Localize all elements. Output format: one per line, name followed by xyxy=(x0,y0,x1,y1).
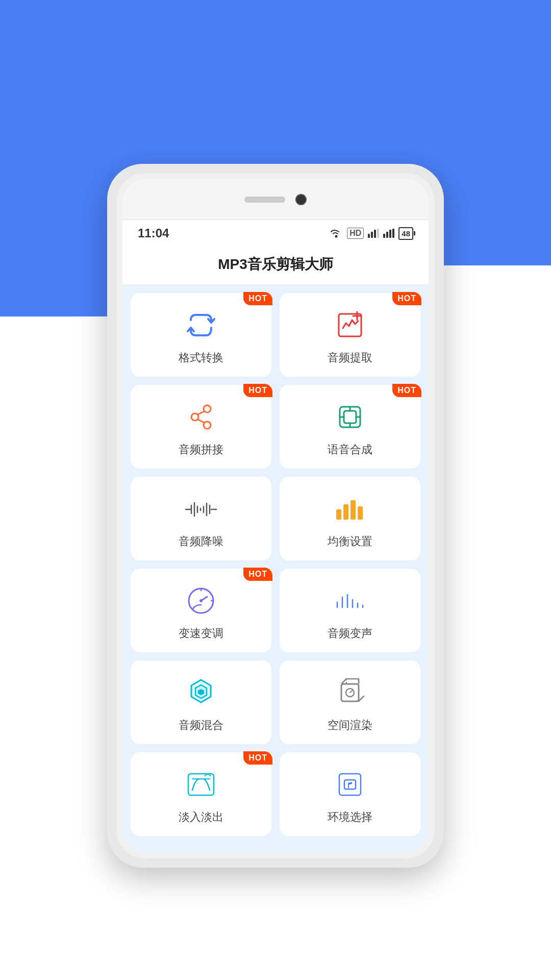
grid-row-1: HOT 格式转换 xyxy=(131,293,420,377)
equalizer-label: 均衡设置 xyxy=(328,534,372,549)
env-icon xyxy=(334,767,366,802)
card-spatial-render[interactable]: 空间渲染 xyxy=(280,660,420,744)
card-speed-pitch[interactable]: HOT xyxy=(131,569,271,652)
phone-bezel-top xyxy=(122,179,429,220)
grid-row-2: HOT 音频拼 xyxy=(131,385,420,469)
card-audio-extract[interactable]: HOT 音频提取 xyxy=(280,293,420,377)
grid-row-6: HOT xyxy=(131,752,420,836)
card-format-convert[interactable]: HOT 格式转换 xyxy=(131,293,271,377)
grid-row-5: 音频混合 xyxy=(131,660,420,744)
svg-rect-57 xyxy=(188,774,214,795)
card-equalizer[interactable]: 均衡设置 xyxy=(280,477,420,560)
audio-mix-label: 音频混合 xyxy=(179,718,223,733)
svg-rect-37 xyxy=(358,506,363,520)
svg-line-33 xyxy=(203,503,204,506)
grid-row-4: HOT xyxy=(131,569,420,652)
splice-icon xyxy=(186,399,216,435)
extract-icon xyxy=(335,307,365,343)
spatial-render-label: 空间渲染 xyxy=(328,718,372,733)
card-audio-splice[interactable]: HOT 音频拼 xyxy=(131,385,271,469)
audio-extract-label: 音频提取 xyxy=(328,350,372,365)
hot-badge-extract: HOT xyxy=(392,292,421,305)
svg-rect-59 xyxy=(339,774,361,795)
noise-reduction-label: 音频降噪 xyxy=(179,534,223,549)
noise-icon xyxy=(183,491,219,527)
status-time: 11:04 xyxy=(138,226,169,240)
voice-synthesis-label: 语音合成 xyxy=(328,442,372,457)
card-audio-mix[interactable]: 音频混合 xyxy=(131,660,271,744)
svg-line-15 xyxy=(198,420,204,423)
svg-rect-1 xyxy=(368,234,370,238)
phone-screen: 11:04 HD xyxy=(122,179,429,852)
signal2-icon xyxy=(383,229,394,238)
hot-badge-splice: HOT xyxy=(243,384,272,397)
svg-rect-35 xyxy=(343,504,348,520)
signal1-icon xyxy=(368,229,379,238)
phone-camera xyxy=(295,194,307,205)
phone-speaker xyxy=(244,197,285,203)
svg-point-16 xyxy=(204,422,211,429)
voicechange-icon xyxy=(332,583,368,619)
phone-outer: 11:04 HD xyxy=(107,164,444,868)
fade-inout-label: 淡入淡出 xyxy=(179,810,223,825)
hd-badge: HD xyxy=(347,228,364,239)
svg-rect-6 xyxy=(386,232,388,238)
mix-icon xyxy=(185,675,217,710)
svg-rect-4 xyxy=(377,229,379,238)
svg-rect-3 xyxy=(374,230,376,238)
svg-rect-18 xyxy=(344,411,356,423)
svg-rect-7 xyxy=(389,230,391,238)
equalizer-icon xyxy=(332,491,368,527)
card-noise-reduction[interactable]: 音频降噪 xyxy=(131,477,271,560)
svg-rect-34 xyxy=(336,509,341,520)
audio-splice-label: 音频拼接 xyxy=(179,442,223,457)
status-icons: HD xyxy=(330,227,413,240)
synthesis-icon xyxy=(335,399,365,435)
grid-row-3: 音频降噪 xyxy=(131,477,420,560)
hot-badge-format: HOT xyxy=(243,292,272,305)
status-bar: 11:04 HD xyxy=(122,220,429,247)
svg-rect-60 xyxy=(344,780,356,789)
svg-line-56 xyxy=(350,690,353,693)
speed-icon xyxy=(186,583,216,619)
app-title: MP3音乐剪辑大师 xyxy=(122,247,429,285)
battery-indicator: 48 xyxy=(398,227,413,240)
hot-badge-synthesis: HOT xyxy=(392,384,421,397)
svg-point-41 xyxy=(199,599,203,602)
phone-mockup: 11:04 HD xyxy=(107,164,444,868)
card-voice-change[interactable]: 音频变声 xyxy=(280,569,420,652)
svg-rect-8 xyxy=(392,229,394,238)
wifi-icon xyxy=(330,228,343,238)
format-convert-label: 格式转换 xyxy=(179,350,223,365)
svg-rect-2 xyxy=(371,232,373,238)
env-select-label: 环境选择 xyxy=(328,810,372,825)
card-env-select[interactable]: 环境选择 xyxy=(280,752,420,836)
feature-grid: HOT 格式转换 xyxy=(122,285,429,852)
phone-inner: 11:04 HD xyxy=(116,173,435,859)
hot-badge-speed: HOT xyxy=(243,568,272,581)
svg-point-0 xyxy=(335,235,338,238)
svg-rect-5 xyxy=(383,234,385,238)
card-fade-inout[interactable]: HOT xyxy=(131,752,271,836)
convert-icon xyxy=(186,307,216,343)
svg-rect-36 xyxy=(350,500,356,520)
voice-change-label: 音频变声 xyxy=(328,626,372,641)
svg-line-14 xyxy=(198,411,204,414)
card-voice-synthesis[interactable]: HOT xyxy=(280,385,420,469)
fade-icon xyxy=(185,767,217,802)
spatial-icon xyxy=(334,675,366,710)
speed-pitch-label: 变速变调 xyxy=(179,626,223,641)
hot-badge-fade: HOT xyxy=(243,751,272,765)
